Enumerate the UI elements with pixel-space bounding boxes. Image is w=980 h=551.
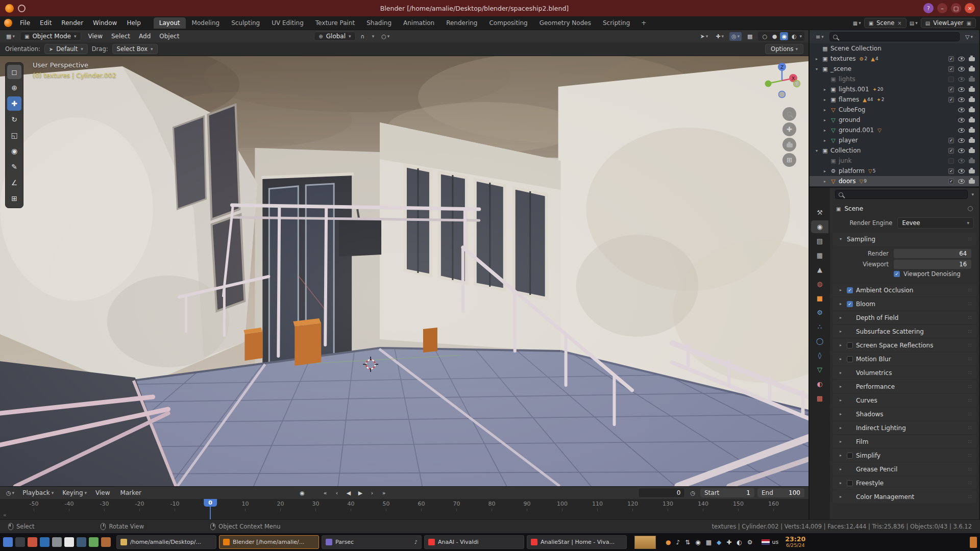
workspace-tab[interactable]: Sculpting — [226, 17, 265, 29]
tray-icon[interactable]: ◉ — [695, 539, 700, 546]
properties-tab[interactable]: ⚒ — [811, 206, 828, 219]
properties-tab[interactable]: ∴ — [811, 320, 828, 333]
panel-grip-icon[interactable]: ∷ — [968, 384, 971, 389]
hide-viewport-toggle[interactable] — [958, 138, 965, 143]
panel-grip-icon[interactable]: ∷ — [968, 411, 971, 417]
view-axis-gizmo[interactable]: Z X Y — [763, 61, 801, 100]
properties-tab[interactable]: ◍ — [811, 278, 828, 290]
scene-browse-icon[interactable]: ▦▾ — [853, 20, 861, 26]
properties-filter-icon[interactable]: ▾ — [971, 192, 974, 197]
disable-render-toggle[interactable] — [969, 78, 975, 82]
item-label[interactable]: flames — [839, 96, 859, 103]
toggle-ortho-button[interactable]: ⊞ — [782, 153, 796, 167]
transport-button[interactable]: › — [367, 488, 377, 497]
tray-icon[interactable]: ✚ — [726, 539, 731, 546]
properties-section[interactable]: ▸ Volumetrics ∷ — [832, 366, 976, 379]
expand-arrow[interactable]: ▾ — [814, 148, 820, 153]
frame-end-field[interactable]: End 100 — [757, 488, 804, 497]
viewlayer-browse-icon[interactable]: ▤▾ — [910, 20, 918, 26]
exclude-checkbox[interactable] — [948, 179, 954, 184]
disable-render-toggle[interactable] — [969, 139, 975, 143]
menu-item[interactable]: Edit — [35, 18, 56, 28]
taskbar-window-button[interactable]: Blender [/home/amalie/... — [219, 535, 319, 549]
workspace-tab[interactable]: Animation — [398, 17, 440, 29]
properties-tab[interactable]: ▤ — [811, 235, 828, 247]
outliner-row[interactable]: ▦ Scene Collection — [810, 43, 979, 54]
exclude-checkbox[interactable] — [948, 77, 954, 82]
workspace-tab[interactable]: Layout — [154, 17, 186, 29]
hide-viewport-toggle[interactable] — [958, 118, 965, 122]
hide-viewport-toggle[interactable] — [958, 108, 965, 112]
workspace-tab[interactable]: Compositing — [483, 17, 533, 29]
exclude-checkbox[interactable] — [948, 66, 954, 72]
gizmo-z-neg[interactable] — [779, 91, 786, 98]
exclude-checkbox[interactable] — [948, 56, 954, 62]
scene-selector[interactable]: ▣ Scene × — [864, 18, 906, 28]
expand-arrow[interactable]: ▾ — [814, 67, 820, 71]
properties-tab[interactable]: ◯ — [811, 335, 828, 347]
shading-dropdown-caret[interactable]: ▾ — [799, 34, 802, 39]
exclude-checkbox[interactable] — [948, 138, 954, 143]
viewport-menu-item[interactable]: Select — [107, 32, 134, 41]
copy-viewlayer-icon[interactable]: ▣ — [967, 20, 971, 26]
camera-view-button[interactable] — [782, 138, 796, 152]
taskbar-app-icon[interactable] — [64, 537, 74, 547]
properties-section[interactable]: ▸ Curves ∷ — [832, 394, 976, 407]
expand-arrow[interactable]: ▸ — [822, 179, 828, 184]
expand-arrow[interactable]: ▸ — [814, 57, 820, 61]
taskbar-app-icon[interactable] — [77, 537, 86, 547]
properties-section[interactable]: ▸ Screen Space Reflections ∷ — [832, 339, 976, 352]
panel-grip-icon[interactable]: ∷ — [968, 397, 971, 403]
properties-tab[interactable]: ◐ — [811, 378, 828, 390]
window-close-button[interactable]: × — [965, 3, 975, 13]
panel-grip-icon[interactable]: ∷ — [968, 494, 971, 499]
taskbar-app-icon[interactable] — [3, 537, 13, 547]
item-label[interactable]: Scene Collection — [830, 45, 881, 52]
properties-tab[interactable]: ▲ — [811, 263, 828, 276]
tray-icon[interactable]: ♪ — [676, 539, 680, 546]
disable-render-toggle[interactable] — [969, 88, 975, 92]
hide-viewport-toggle[interactable] — [958, 169, 965, 173]
outliner-row[interactable]: ▣ junk — [810, 156, 979, 166]
section-checkbox[interactable] — [847, 480, 853, 486]
expand-arrow[interactable]: ▸ — [822, 169, 828, 173]
item-label[interactable]: platform — [839, 167, 865, 174]
toolbar-tool-button[interactable]: ∠ — [7, 176, 21, 190]
window-help-button[interactable]: ? — [923, 3, 934, 13]
hide-viewport-toggle[interactable] — [958, 159, 965, 163]
toolbar-tool-button[interactable]: ⊞ — [7, 191, 21, 206]
toolbar-tool-button[interactable]: ◻ — [7, 65, 21, 79]
blender-menu-icon[interactable] — [4, 19, 12, 27]
tray-icon[interactable]: ⚙ — [747, 539, 753, 546]
current-frame-field[interactable]: 0 — [638, 488, 685, 498]
toolbar-tool-button[interactable]: ↻ — [7, 112, 21, 127]
item-label[interactable]: ground — [839, 116, 860, 123]
properties-section[interactable]: ▸ Depth of Field ∷ — [832, 311, 976, 324]
editor-type-dropdown[interactable]: ▦▾ — [4, 32, 17, 41]
properties-tab[interactable]: ■ — [811, 292, 828, 305]
exclude-checkbox[interactable] — [948, 148, 954, 154]
selectability-visibility-dropdown[interactable]: ➤▾ — [698, 32, 710, 41]
shading-rendered-button[interactable]: ◐ — [790, 32, 798, 40]
tray-icon[interactable]: ◆ — [717, 539, 721, 546]
properties-section[interactable]: ▸ Motion Blur ∷ — [832, 353, 976, 365]
properties-section[interactable]: ▸ Grease Pencil ∷ — [832, 463, 976, 475]
toggle-xray-button[interactable]: ▩ — [745, 32, 754, 41]
panel-grip-icon[interactable]: ∷ — [968, 425, 971, 431]
timeline-editor-dropdown[interactable]: ◷▾ — [4, 489, 16, 497]
unlink-scene-icon[interactable]: × — [897, 20, 901, 26]
properties-section[interactable]: ▸ Color Management ∷ — [832, 490, 976, 503]
disable-render-toggle[interactable] — [969, 118, 975, 122]
pan-view-button[interactable]: ✚ — [782, 122, 796, 136]
properties-section[interactable]: ▸ Simplify ∷ — [832, 449, 976, 462]
disable-render-toggle[interactable] — [969, 57, 975, 61]
viewport-menu-item[interactable]: Add — [135, 32, 155, 41]
hide-viewport-toggle[interactable] — [958, 148, 965, 153]
exclude-checkbox[interactable] — [948, 168, 954, 174]
hide-viewport-toggle[interactable] — [958, 57, 965, 61]
panel-grip-icon[interactable]: ∷ — [968, 356, 971, 362]
workspace-tab[interactable]: Modeling — [186, 17, 226, 29]
expand-arrow[interactable]: ▸ — [822, 128, 828, 133]
options-dropdown[interactable]: Options ▾ — [765, 44, 803, 54]
properties-section[interactable]: ▸ Indirect Lighting ∷ — [832, 421, 976, 434]
